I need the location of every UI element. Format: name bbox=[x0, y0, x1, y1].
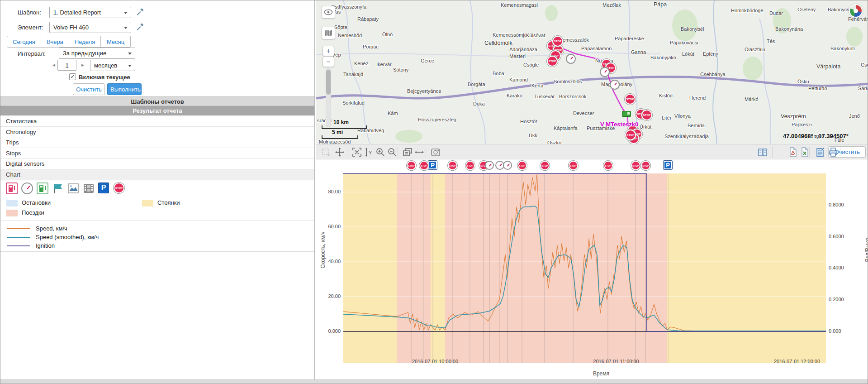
report-section-row[interactable]: Digital sensors bbox=[0, 158, 314, 169]
map-zoom-slider-thumb[interactable] bbox=[326, 70, 331, 95]
map-zoom-out-button[interactable]: − bbox=[323, 57, 334, 67]
yesterday-button[interactable]: Вчера bbox=[41, 36, 69, 48]
export-excel-icon[interactable] bbox=[799, 147, 810, 158]
gauge-needle bbox=[489, 163, 492, 167]
zoom-out-icon[interactable] bbox=[387, 147, 398, 158]
count-increment-arrow[interactable]: ► bbox=[81, 62, 85, 69]
fit-x-icon[interactable] bbox=[414, 147, 425, 158]
stop-marker-icon[interactable]: STOP bbox=[625, 94, 636, 105]
parking-marker-icon[interactable]: P bbox=[664, 161, 672, 169]
stop-marker-icon[interactable]: STOP bbox=[641, 110, 652, 120]
execute-button[interactable]: Выполнить bbox=[107, 83, 142, 95]
map-place-label: Hosztót bbox=[520, 119, 537, 124]
film-icon[interactable] bbox=[83, 182, 95, 194]
flag-icon[interactable] bbox=[52, 182, 64, 194]
stop-icon[interactable]: STOP bbox=[114, 182, 125, 194]
template-wrench-icon[interactable] bbox=[136, 8, 144, 16]
map-place-label: Káptalanfa bbox=[554, 125, 578, 131]
vehicle-truck-icon[interactable] bbox=[622, 111, 631, 117]
map-place-label: Sótony bbox=[393, 67, 408, 72]
legend-divider bbox=[0, 251, 314, 252]
toolbar-separator bbox=[426, 147, 426, 158]
stop-marker-icon[interactable]: STOP bbox=[448, 161, 457, 170]
stop-marker-icon[interactable]: STOP bbox=[625, 130, 636, 140]
map-provider-logo[interactable] bbox=[849, 4, 863, 18]
map-panel[interactable]: OstffyasszonyfaKemenesmagasiKemenessömjé… bbox=[316, 0, 868, 144]
stop-marker-icon[interactable]: STOP bbox=[540, 161, 550, 170]
map-place-label: Szentkirályszabadja bbox=[664, 134, 709, 139]
month-button[interactable]: Месяц bbox=[101, 36, 131, 48]
element-select[interactable]: Volvo FH 460 bbox=[49, 22, 131, 33]
toolbar-separator bbox=[398, 147, 398, 158]
stop-marker-icon[interactable]: STOP bbox=[407, 161, 416, 170]
stop-marker-icon[interactable]: STOP bbox=[419, 161, 429, 170]
include-current-checkbox[interactable]: ✓ bbox=[69, 73, 76, 80]
count-decrement-arrow[interactable]: ◄ bbox=[52, 62, 56, 69]
gauge-marker-icon[interactable] bbox=[600, 67, 610, 77]
stop-marker-icon[interactable]: STOP bbox=[569, 161, 578, 170]
map-zoom-slider[interactable] bbox=[326, 68, 331, 127]
fit-y-icon[interactable]: Y bbox=[363, 147, 374, 158]
select-region-icon[interactable] bbox=[321, 147, 332, 158]
export-pdf-icon[interactable] bbox=[787, 147, 798, 158]
image-icon[interactable] bbox=[67, 182, 79, 194]
y-axis-left-tick: 40.00 bbox=[321, 259, 341, 264]
snapshot-icon[interactable] bbox=[430, 147, 441, 158]
report-section-row[interactable]: Chart bbox=[0, 169, 314, 180]
legend-area-label: Поездки bbox=[22, 209, 44, 216]
interval-unit-value: месяцев bbox=[94, 62, 117, 69]
report-section-row[interactable]: Статистика bbox=[0, 116, 314, 127]
gauge-marker-icon[interactable] bbox=[485, 161, 494, 170]
map-layers-button[interactable] bbox=[322, 27, 335, 39]
today-button[interactable]: Сегодня bbox=[7, 36, 41, 48]
fuel-red-icon[interactable] bbox=[6, 182, 18, 194]
stop-marker-icon[interactable]: STOP bbox=[603, 161, 613, 170]
map-place-label: Eplény bbox=[703, 51, 718, 57]
clear-button[interactable]: Очистить bbox=[73, 83, 105, 95]
parking-icon[interactable]: P bbox=[98, 182, 110, 194]
interval-unit-select[interactable]: месяцев bbox=[90, 60, 135, 71]
map-place-label: Hosszúpereszteg bbox=[418, 117, 456, 122]
map-place-label: Gérce bbox=[421, 58, 434, 63]
week-button[interactable]: Неделя bbox=[69, 36, 101, 48]
stop-marker-icon[interactable]: STOP bbox=[547, 56, 558, 67]
fit-screen-icon[interactable] bbox=[351, 147, 362, 158]
map-place-label: Bejcgyertyános bbox=[407, 88, 441, 94]
stop-marker-icon[interactable]: STOP bbox=[641, 161, 650, 170]
zoom-in-icon[interactable] bbox=[375, 147, 386, 158]
legend-area-swatch bbox=[6, 200, 18, 206]
report-section-row[interactable]: Chronology bbox=[0, 127, 314, 138]
map-place-label: Ukk bbox=[529, 133, 537, 138]
map-visibility-button[interactable] bbox=[322, 6, 335, 19]
map-place-label: Pétfürdő bbox=[808, 86, 827, 91]
gauge-marker-icon[interactable] bbox=[566, 54, 576, 64]
map-scale-km-bar bbox=[322, 125, 367, 129]
report-view-icon[interactable] bbox=[757, 147, 768, 158]
windows-icon[interactable] bbox=[402, 147, 413, 158]
x-axis-tick: 2016-07-01 12:00:00 bbox=[768, 359, 826, 364]
map-zoom-in-button[interactable]: + bbox=[323, 46, 334, 56]
gauge-icon[interactable] bbox=[21, 182, 33, 194]
print-icon[interactable] bbox=[828, 147, 839, 158]
fuel-green-icon[interactable] bbox=[37, 182, 48, 194]
count-input[interactable] bbox=[57, 60, 76, 71]
report-templates-header[interactable]: Шаблоны отчетов bbox=[0, 96, 314, 106]
report-section-row[interactable]: Trips bbox=[0, 137, 314, 148]
template-select[interactable]: 1. Detailed Report bbox=[49, 7, 131, 18]
legend-line-swatch bbox=[7, 245, 30, 246]
parking-marker-icon[interactable]: P bbox=[428, 161, 437, 169]
report-section-row[interactable]: Stops bbox=[0, 148, 314, 159]
pan-icon[interactable] bbox=[334, 147, 345, 158]
interval-select[interactable]: За предыдущие bbox=[59, 48, 135, 59]
stop-marker-icon[interactable]: STOP bbox=[465, 161, 475, 170]
element-wrench-icon[interactable] bbox=[136, 23, 144, 31]
gauge-marker-icon[interactable] bbox=[503, 161, 512, 170]
gauge-needle bbox=[507, 163, 510, 167]
map-place-label: Úrkút bbox=[640, 124, 651, 130]
gauge-marker-icon[interactable] bbox=[610, 80, 620, 90]
stop-marker-icon[interactable]: STOP bbox=[517, 161, 527, 170]
stop-marker-icon[interactable]: STOP bbox=[631, 161, 640, 170]
stop-marker-icon[interactable]: STOP bbox=[552, 36, 563, 47]
chart-plot-area[interactable]: Скорость, км/ч Вкл/Выкл Время 0.00020.00… bbox=[316, 159, 868, 384]
legend-area-label: Стоянки bbox=[157, 199, 180, 206]
